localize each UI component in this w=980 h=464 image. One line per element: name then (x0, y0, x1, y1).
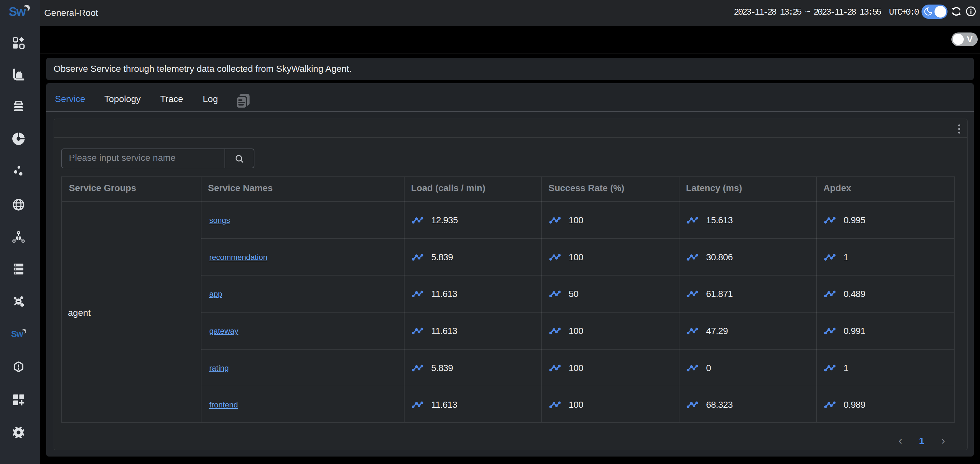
svg-text:Sw: Sw (9, 5, 26, 18)
svg-text:Sw: Sw (11, 329, 24, 339)
